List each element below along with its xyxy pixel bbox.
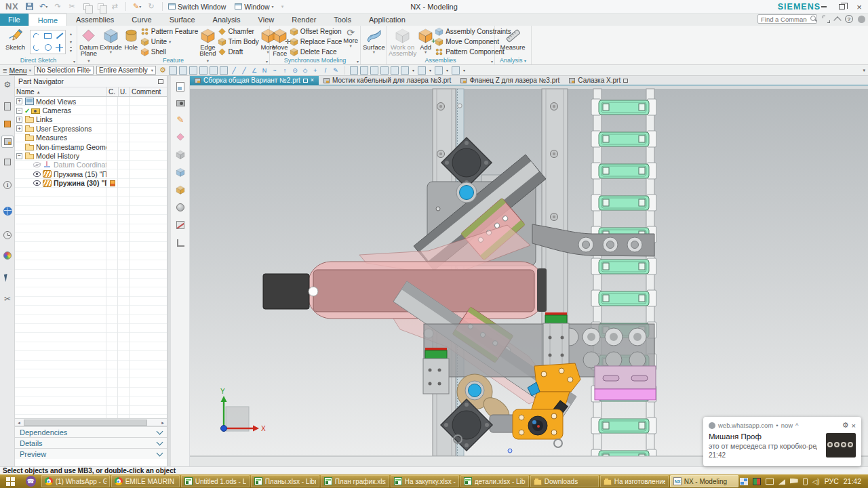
snap-toolbar-icon[interactable]: ∠ [250,66,258,75]
ribbon-tab[interactable]: Analysis [204,14,250,26]
pattern-feature-button[interactable]: Pattern Feature [140,27,198,37]
replace-face-button[interactable]: Replace Face [290,37,342,47]
tree-row[interactable]: ✓ Пружина (30) "Пру... [15,179,167,188]
viewport-canvas[interactable]: Y X [190,85,868,466]
color-palette-icon[interactable] [1,249,14,262]
ribbon-tab[interactable]: Render [283,14,325,26]
profile-icon[interactable] [31,30,42,42]
window-toolbar-icon[interactable]: ▾ [411,66,416,75]
tree-row[interactable]: ✓ Non-timestamp Geometry [15,142,167,151]
visibility-eye-icon[interactable] [33,162,41,167]
document-tab[interactable]: Фланец Z для лазера №3.prt × [456,76,564,85]
viber-tray-icon[interactable]: ☎ [26,476,36,487]
tray-monitor-icon[interactable] [766,479,774,485]
tree-row[interactable]: ✓ Model History [15,151,167,160]
selection-scope-combo[interactable]: Entire Assembly▾ [96,66,156,75]
measure-button[interactable]: Measure [497,26,528,58]
column-name[interactable]: Name▲ [15,87,106,96]
snap-toolbar-icon[interactable] [199,66,208,75]
taskbar-button[interactable]: EMILE MAURIN - ... [111,475,180,487]
point-icon[interactable] [54,42,65,54]
qat-overflow-icon[interactable]: ▾ [277,1,288,12]
repeat-icon[interactable]: ↻ [146,1,157,12]
window-toolbar-icon[interactable]: ▾ [462,66,467,75]
taskbar-button[interactable]: Untitled 1.ods - Li... [181,475,250,487]
move-face-button[interactable]: ✛ Move Face [272,26,288,58]
tree-row[interactable]: ✓ Datum Coordinate Sy... [15,161,167,169]
tray-app-grid-icon[interactable] [740,478,748,485]
help-icon[interactable]: ? [845,15,853,23]
surface-button[interactable]: Surface▾ [363,26,385,58]
expander-icon[interactable] [25,162,31,168]
wireframe-view-icon[interactable] [174,183,187,197]
notification-close-icon[interactable]: × [852,422,856,430]
clip-section-icon[interactable] [174,218,187,232]
reuse-library-icon[interactable] [1,156,14,168]
tree-row[interactable]: ✓ User Expressions [15,124,167,133]
document-tab[interactable]: Сборка общая Вариант №2.prt × [190,76,319,85]
datum-plane-button[interactable]: Datum Plane ▾ [79,26,98,58]
snap-toolbar-icon[interactable]: ~ [271,66,279,75]
restore-button[interactable] [837,2,846,12]
snap-toolbar-icon[interactable] [210,66,218,75]
notification-settings-icon[interactable]: ⚙ [842,421,849,430]
expander-icon[interactable] [16,117,22,123]
isometric-view-icon[interactable] [174,148,187,161]
column-u[interactable]: U. [118,87,130,96]
tree-row[interactable]: ✓ Links [15,115,167,124]
minimize-button[interactable] [819,2,829,12]
ribbon-tab[interactable]: View [250,14,283,26]
sketch-task-icon[interactable]: ✎ [174,113,187,126]
window-toolbar-icon[interactable] [418,66,426,75]
snap-toolbar-icon[interactable] [169,66,177,75]
offset-region-button[interactable]: Offset Region [290,27,342,37]
taskbar-button[interactable]: NX - Modeling [670,475,738,487]
rectangle-icon[interactable] [42,30,54,42]
window-toolbar-icon[interactable] [360,66,368,75]
redo-icon[interactable]: ↷ [52,1,63,12]
taskbar-clock[interactable]: 21:42 [844,477,861,485]
tab-close-icon[interactable]: × [311,77,314,83]
line-icon[interactable] [54,30,65,42]
ribbon-tab[interactable]: Home [28,14,67,26]
taskbar-button[interactable]: Downloads [530,475,599,487]
scrollbar-thumb[interactable] [24,420,147,426]
synchronous-more-button[interactable]: ⟳ More▾ [343,26,358,58]
window-menu-button[interactable]: Window ▾ [235,3,273,11]
shell-button[interactable]: Shell [140,47,198,57]
switch-window-button[interactable]: Switch Window [168,3,226,11]
expander-icon[interactable] [16,144,22,150]
ribbon-tab[interactable]: Application [360,14,414,26]
collapsible-section[interactable]: Dependencies [15,426,167,437]
scroll-left-icon[interactable]: ◂ [15,419,23,426]
gallery-scroll-strip[interactable]: ▴▾▾ [67,30,75,54]
expander-icon[interactable] [16,108,22,114]
selbar-overflow-icon[interactable]: ▾ [863,68,865,73]
minimize-ribbon-icon[interactable] [833,16,841,24]
snap-toolbar-icon[interactable]: ╱ [240,66,248,75]
expander-icon[interactable] [25,171,31,177]
tab-pin-icon[interactable] [623,79,628,83]
camera-view-icon[interactable] [174,96,187,110]
system-tools-icon[interactable]: ✂ [1,293,14,305]
tray-flag-icon[interactable] [790,479,798,485]
tree-horizontal-scrollbar[interactable]: ◂ ▸ [15,418,167,426]
tray-volume-icon[interactable]: ◁) [812,478,820,485]
ribbon-tab[interactable]: Curve [123,14,160,26]
snap-toolbar-icon[interactable]: ◇ [301,66,309,75]
taskbar-button[interactable]: План график.xlsx... [321,475,389,487]
collapsible-section[interactable]: Preview [15,448,167,459]
tray-network-icon[interactable] [778,479,785,485]
expander-icon[interactable] [16,125,22,131]
snap-toolbar-icon[interactable]: + [311,66,319,75]
part-navigator-icon[interactable] [1,136,14,148]
unite-button[interactable]: Unite▾ [140,37,198,47]
snap-toolbar-icon[interactable]: ╱ [230,66,238,75]
menu-button[interactable]: ≡ Menu ▾ [3,66,31,75]
extrude-button[interactable]: Extrude▾ [100,26,122,58]
window-toolbar-icon[interactable] [391,66,399,75]
taskbar-button[interactable]: На закупку.xlsx - ... [391,475,459,487]
tray-phone-icon[interactable] [803,478,808,485]
visibility-eye-icon[interactable] [33,180,41,186]
find-command-input[interactable] [757,14,817,24]
